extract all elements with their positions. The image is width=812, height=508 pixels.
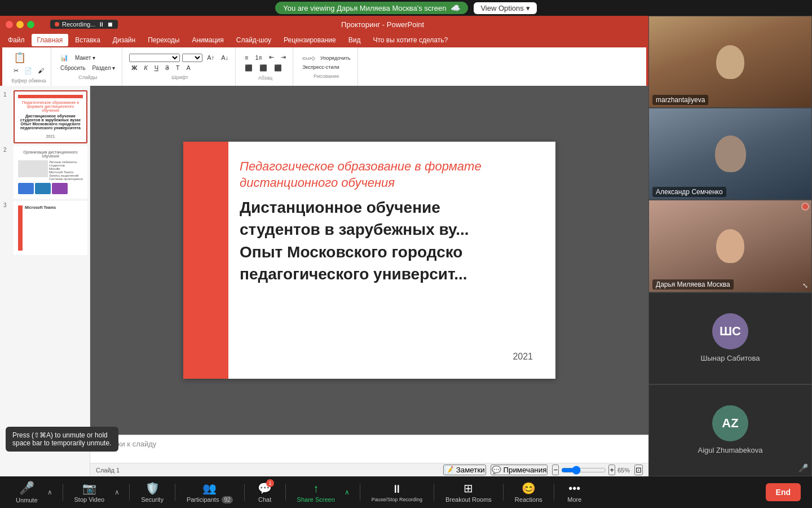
align-right-button[interactable]: ⬛ <box>272 63 284 73</box>
quick-styles-button[interactable]: Экспресс-стили <box>300 63 342 71</box>
bold-button[interactable]: Ж <box>129 63 139 72</box>
maximize-button[interactable] <box>27 21 34 28</box>
participant-name-1: marzhantajiyeva <box>652 95 708 105</box>
italic-button[interactable]: К <box>142 63 149 72</box>
cut-button[interactable]: ✂ <box>11 66 21 76</box>
reset-button[interactable]: Сбросить <box>58 64 87 72</box>
bullets-button[interactable]: ≡ <box>242 53 250 62</box>
comments-toggle[interactable]: 💬 Примечания <box>491 465 548 475</box>
copy-button[interactable]: 📄 <box>22 66 34 76</box>
participant-video-4: ШС Шынар Сабитова <box>648 292 812 384</box>
mute-indicator-5: 🎤 <box>798 463 808 472</box>
participant-video-1: marzhantajiyeva <box>648 16 812 108</box>
strikethrough-button[interactable]: З <box>163 63 171 72</box>
zoom-slider[interactable] <box>561 466 606 475</box>
tab-home[interactable]: Главная <box>32 34 69 46</box>
align-left-button[interactable]: ⬛ <box>242 63 255 73</box>
slide-year: 2021 <box>513 352 533 362</box>
fit-window-button[interactable]: ⊡ <box>634 465 643 475</box>
section-button[interactable]: Раздел ▾ <box>90 64 117 72</box>
shadow-button[interactable]: Т <box>174 63 182 72</box>
slide-panel[interactable]: 1 Педагогическое образование в формате д… <box>0 86 90 476</box>
slide-thumb-title-3: Microsoft Teams <box>25 205 56 209</box>
notes-bar[interactable]: Заметки к слайду <box>90 435 648 463</box>
pause-icon[interactable]: ⏸ <box>98 21 104 28</box>
slide-red-bar-1 <box>18 95 83 98</box>
notes-toggle[interactable]: 📝 Заметки <box>443 465 486 475</box>
slide-thumbnail-1[interactable]: Педагогическое образование в формате дис… <box>14 90 87 143</box>
zoom-out-button[interactable]: − <box>552 465 559 475</box>
increase-font-button[interactable]: A↑ <box>205 53 217 62</box>
tab-review[interactable]: Рецензирование <box>278 34 342 46</box>
tab-transitions[interactable]: Переходы <box>142 34 185 46</box>
slide-layout-button[interactable]: Макет ▾ <box>73 54 98 62</box>
teams-thumb <box>18 183 34 194</box>
tab-slideshow[interactable]: Слайд-шоу <box>231 34 277 46</box>
format-painter-button[interactable]: 🖌 <box>36 66 46 75</box>
close-button[interactable] <box>6 21 13 28</box>
slide-display[interactable]: Педагогическое образование в форматедист… <box>90 86 648 435</box>
font-family-select[interactable] <box>129 54 180 62</box>
chevron-up-icon-2: ∧ <box>114 488 120 496</box>
tab-animations[interactable]: Анимация <box>186 34 229 46</box>
slide-number-1: 1 <box>3 91 7 98</box>
tab-design[interactable]: Дизайн <box>107 34 141 46</box>
divider-7 <box>434 484 434 501</box>
end-button[interactable]: End <box>766 483 801 501</box>
unmute-label: Unmute <box>16 497 38 503</box>
share-screen-icon: ↑ <box>313 482 319 495</box>
paste-button[interactable]: 📋 <box>11 50 28 65</box>
arrange-button[interactable]: Упорядочить <box>318 54 353 62</box>
align-center-button[interactable]: ⬛ <box>257 63 270 73</box>
main-slide-area: Педагогическое образование в форматедист… <box>90 86 648 476</box>
share-screen-button[interactable]: ↑ Share Screen <box>293 480 339 505</box>
breakout-rooms-button[interactable]: ⊞ Breakout Rooms <box>441 479 496 505</box>
recording-dot <box>55 22 59 27</box>
view-options-button[interactable]: View Options ▾ <box>474 2 536 14</box>
participant-video-5: AZ Aigul Zhumabekova 🎤 <box>648 384 812 476</box>
decrease-font-button[interactable]: A↓ <box>219 53 231 62</box>
tab-help[interactable]: Что вы хотите сделать? <box>367 34 453 46</box>
stop-video-label: Stop Video <box>74 496 105 503</box>
minimize-button[interactable] <box>16 21 24 28</box>
tab-insert[interactable]: Вставка <box>69 34 106 46</box>
font-size-select[interactable] <box>182 54 202 62</box>
powerpoint-titlebar: Recording... ⏸ ⏹ Прокторинг - PowerPoint <box>0 16 648 33</box>
participant-name-2: Александр Семченко <box>652 187 726 197</box>
security-button[interactable]: 🛡️ Security <box>136 479 168 505</box>
window-controls <box>6 21 34 28</box>
underline-button[interactable]: Ч <box>152 63 161 72</box>
stop-video-button[interactable]: 📷 Stop Video <box>70 479 109 505</box>
increase-indent-button[interactable]: ⇥ <box>279 52 288 62</box>
slide-thumb-subtitle-1: Педагогическое образование в формате дис… <box>18 100 83 112</box>
unmute-button[interactable]: 🎤 Unmute <box>11 479 42 506</box>
pause-recording-button[interactable]: ⏸ Pause/Stop Recording <box>367 480 427 505</box>
status-left: Слайд 1 <box>96 467 120 474</box>
decrease-indent-button[interactable]: ⇤ <box>267 52 276 62</box>
slide-thumbnail-3[interactable]: Microsoft Teams <box>14 201 87 255</box>
zoom-in-button[interactable]: + <box>608 465 615 475</box>
unmute-caret[interactable]: ∧ <box>45 488 56 496</box>
fontcolor-button[interactable]: А <box>184 63 192 72</box>
stop-icon[interactable]: ⏹ <box>107 21 113 28</box>
expand-icon[interactable]: ⤡ <box>802 282 808 290</box>
tab-file[interactable]: Файл <box>2 34 30 46</box>
main-content-area: Recording... ⏸ ⏹ Прокторинг - PowerPoint… <box>0 16 812 476</box>
shield-icon: 🛡️ <box>145 481 160 495</box>
new-slide-button[interactable]: 📊 <box>58 53 70 63</box>
numbering-button[interactable]: 1≡ <box>253 53 264 62</box>
shape-button[interactable]: ▭▱◇ <box>300 54 317 62</box>
zoom-control: − + 65% <box>552 465 630 475</box>
video-caret[interactable]: ∧ <box>111 488 122 496</box>
more-button[interactable]: ••• More <box>561 480 588 505</box>
tab-view[interactable]: Вид <box>343 34 367 46</box>
participants-button[interactable]: 👥 Participants 92 <box>182 479 237 505</box>
chat-button[interactable]: 💬 1 Chat <box>251 479 279 505</box>
clipboard-group: 📋 ✂ 📄 🖌 Буфер обмена <box>7 47 51 86</box>
slide-thumbnail-2[interactable]: Организация дистанционного обучения Личн… <box>14 146 87 199</box>
participant-no-video-5: AZ Aigul Zhumabekova <box>649 385 811 476</box>
share-caret[interactable]: ∧ <box>342 488 353 496</box>
chat-icon: 💬 1 <box>258 481 272 495</box>
pause-recording-label: Pause/Stop Recording <box>372 497 422 502</box>
reactions-button[interactable]: 😊 Reactions <box>510 479 547 505</box>
